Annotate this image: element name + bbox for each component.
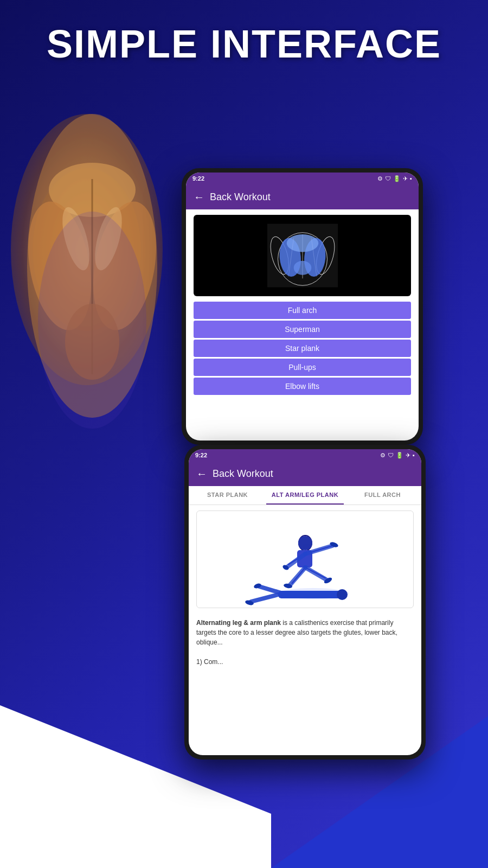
phone-2-header: ← Back Workout (189, 461, 421, 486)
svg-line-30 (305, 567, 326, 579)
phone-1-status-icons: ⚙ 🛡 🔋 ✈ ▪ (377, 175, 412, 182)
svg-point-38 (337, 589, 348, 600)
phone-2-frame: 9:22 ⚙ 🛡 🔋 ✈ ▪ ← Back Workout STAR PLANK… (184, 445, 426, 760)
phone-2-time: 9:22 (195, 452, 207, 458)
phone-1-title: Back Workout (210, 192, 271, 203)
svg-line-39 (259, 586, 286, 595)
phone-1-frame: 9:22 ⚙ 🛡 🔋 ✈ ▪ ← Back Workout (182, 168, 423, 445)
gear-icon-2: ⚙ (380, 452, 386, 459)
svg-point-27 (298, 536, 312, 550)
phone-2-tabs: STAR PLANK ALT ARM/LEG PLANK FULL ARCH (189, 486, 421, 505)
phone-2-status-bar: 9:22 ⚙ 🛡 🔋 ✈ ▪ (189, 449, 421, 461)
phone-2-title: Back Workout (213, 468, 273, 480)
phone-2: 9:22 ⚙ 🛡 🔋 ✈ ▪ ← Back Workout STAR PLANK… (184, 445, 426, 760)
phone-2-back-arrow[interactable]: ← (196, 468, 207, 480)
battery-icon-4: ▪ (413, 452, 415, 458)
shield-icon: 🛡 (385, 175, 391, 182)
exercise-pull-ups[interactable]: Pull-ups (194, 359, 411, 376)
battery-icon2: ▪ (410, 175, 412, 182)
svg-line-41 (251, 595, 278, 602)
shield-icon-2: 🛡 (388, 452, 394, 458)
main-title: SIMPLE INTERFACE (0, 22, 488, 66)
phone-1-back-arrow[interactable]: ← (194, 191, 204, 203)
exercise-elbow-lifts[interactable]: Elbow lifts (194, 378, 411, 395)
alt-plank-svg (208, 513, 403, 605)
back-muscle-svg (5, 103, 179, 564)
svg-point-17 (293, 261, 311, 275)
phone-1-status-bar: 9:22 ⚙ 🛡 🔋 ✈ ▪ (186, 173, 419, 184)
phone-1-time: 9:22 (192, 175, 204, 182)
phone-1-exercise-list: Full arch Superman Star plank Pull-ups E… (186, 302, 419, 395)
tab-full-arch[interactable]: FULL ARCH (344, 486, 421, 505)
muscle-diagram-svg (267, 220, 338, 291)
battery-icon: 🔋 (393, 175, 401, 182)
phone-2-exercise-image (196, 510, 414, 608)
phone-2-screen: 9:22 ⚙ 🛡 🔋 ✈ ▪ ← Back Workout STAR PLANK… (189, 449, 421, 755)
exercise-name-strong: Alternating leg & arm plank (196, 619, 281, 627)
exercise-superman[interactable]: Superman (194, 321, 411, 338)
phone-1-muscle-image (194, 215, 411, 296)
muscle-background (0, 87, 184, 575)
tab-alt-arm-leg-plank[interactable]: ALT ARM/LEG PLANK (266, 486, 344, 505)
svg-line-31 (290, 567, 305, 585)
phone-1-screen: 9:22 ⚙ 🛡 🔋 ✈ ▪ ← Back Workout (186, 173, 419, 441)
phone-2-status-icons: ⚙ 🛡 🔋 ✈ ▪ (380, 452, 415, 459)
phone-2-description: Alternating leg & arm plank is a calisth… (189, 614, 421, 671)
exercise-full-arch[interactable]: Full arch (194, 302, 411, 319)
gear-icon: ⚙ (377, 175, 383, 182)
battery-icon-3: 🔋 (396, 452, 403, 459)
exercise-star-plank[interactable]: Star plank (194, 340, 411, 357)
phone-1: 9:22 ⚙ 🛡 🔋 ✈ ▪ ← Back Workout (182, 168, 423, 445)
svg-point-8 (38, 212, 146, 429)
exercise-step: 1) Com... (196, 658, 223, 666)
tab-star-plank[interactable]: STAR PLANK (189, 486, 266, 505)
phone-1-header: ← Back Workout (186, 184, 419, 209)
svg-point-16 (286, 234, 318, 252)
airplane-icon-2: ✈ (406, 452, 410, 459)
airplane-icon: ✈ (403, 175, 408, 182)
